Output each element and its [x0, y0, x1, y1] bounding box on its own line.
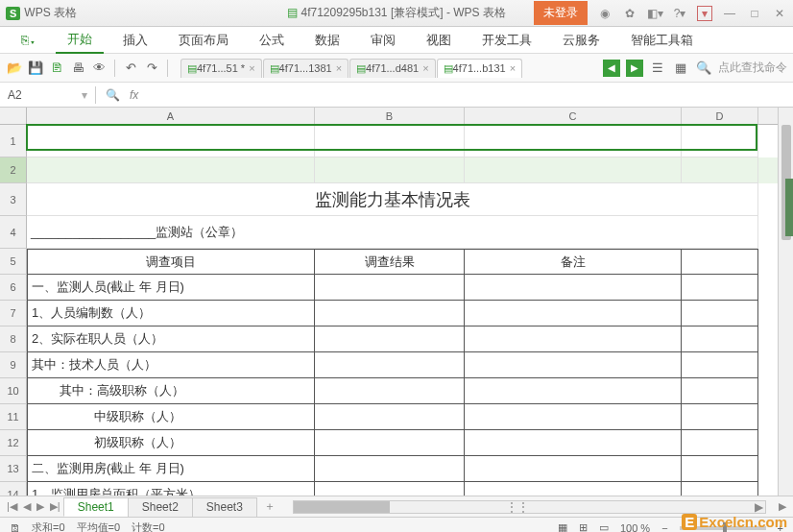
cell[interactable]	[315, 326, 465, 352]
row-header[interactable]: 6	[0, 275, 27, 301]
row-3[interactable]: 3监测能力基本情况表	[0, 183, 778, 216]
cell[interactable]: 备注	[465, 249, 682, 275]
row-header[interactable]: 14	[0, 482, 27, 496]
minimize-button[interactable]: —	[722, 7, 737, 20]
save-icon[interactable]: 💾	[27, 60, 44, 77]
maximize-button[interactable]: □	[747, 7, 762, 20]
doc-tab[interactable]: ▤ 4f71...b131×	[437, 59, 523, 78]
cell[interactable]: 一、监测人员(截止 年 月日)	[27, 275, 315, 301]
cell[interactable]	[682, 249, 758, 275]
horizontal-scrollbar[interactable]: ◀ ▶ ⋮⋮	[293, 500, 766, 514]
vertical-scrollbar[interactable]	[778, 108, 793, 496]
col-header-A[interactable]: A	[27, 108, 315, 124]
cell[interactable]: 初级职称（人）	[27, 430, 315, 456]
side-panel-handle[interactable]	[785, 179, 793, 236]
row-9[interactable]: 9其中：技术人员（人）	[0, 352, 778, 378]
cell[interactable]	[465, 125, 682, 157]
doc-tab[interactable]: ▤ 4f71...51 *×	[180, 59, 262, 78]
close-button[interactable]: ✕	[772, 7, 787, 20]
cell[interactable]	[465, 326, 682, 352]
search-hint[interactable]: 点此查找命令	[718, 60, 787, 76]
row-5[interactable]: 5调查项目调查结果备注	[0, 249, 778, 275]
cell[interactable]	[315, 275, 465, 301]
sheet-prev-button[interactable]: ◀	[20, 500, 34, 513]
login-button[interactable]: 未登录	[534, 1, 588, 25]
col-header-C[interactable]: C	[465, 108, 682, 124]
zoom-out-button[interactable]: −	[661, 522, 667, 533]
cell[interactable]: 中级职称（人）	[27, 404, 315, 430]
row-8[interactable]: 82、实际在职人员（人）	[0, 326, 778, 352]
feedback-icon[interactable]: ▾	[697, 6, 712, 21]
find-icon[interactable]: 🔍	[106, 88, 120, 102]
window-list-icon[interactable]: ☰	[649, 60, 666, 77]
open-icon[interactable]: 📂	[6, 60, 23, 77]
menu-开始[interactable]: 开始	[56, 27, 104, 54]
row-10[interactable]: 10 其中：高级职称（人）	[0, 378, 778, 404]
cell[interactable]	[682, 157, 758, 183]
close-tab-icon[interactable]: ×	[422, 62, 428, 74]
skin-icon[interactable]: ◧▾	[647, 7, 662, 20]
cell[interactable]	[315, 404, 465, 430]
cell[interactable]	[315, 482, 465, 496]
menu-页面布局[interactable]: 页面布局	[167, 28, 240, 53]
row-12[interactable]: 12 初级职称（人）	[0, 430, 778, 456]
row-header[interactable]: 2	[0, 157, 27, 183]
menu-云服务[interactable]: 云服务	[551, 28, 612, 53]
logo-icon[interactable]: ⎘▾	[10, 29, 48, 51]
sheet-next-button[interactable]: ▶	[34, 500, 47, 513]
select-all-corner[interactable]	[0, 108, 27, 125]
print-icon[interactable]: 🖶	[69, 60, 86, 77]
undo-icon[interactable]: ↶	[122, 60, 139, 77]
row-6[interactable]: 6一、监测人员(截止 年 月日)	[0, 275, 778, 301]
cell[interactable]	[315, 456, 465, 482]
menu-公式[interactable]: 公式	[248, 28, 296, 53]
column-headers[interactable]: ABCD	[27, 108, 778, 125]
cell[interactable]	[682, 430, 758, 456]
cell[interactable]	[315, 157, 465, 183]
sheet-first-button[interactable]: |◀	[4, 500, 20, 513]
row-2[interactable]: 2	[0, 157, 778, 183]
cell[interactable]: 二、监测用房(截止 年 月日)	[27, 456, 315, 482]
cell[interactable]	[465, 378, 682, 404]
doc-tab[interactable]: ▤ 4f71...d481×	[349, 59, 436, 78]
cell[interactable]	[682, 326, 758, 352]
row-header[interactable]: 10	[0, 378, 27, 404]
redo-icon[interactable]: ↷	[143, 60, 160, 77]
cell[interactable]: 1、监测用房总面积（平方米）	[27, 482, 315, 496]
cell[interactable]	[465, 430, 682, 456]
view-normal-icon[interactable]: ▦	[558, 521, 567, 532]
cell[interactable]	[682, 352, 758, 378]
col-header-B[interactable]: B	[315, 108, 465, 124]
row-header[interactable]: 3	[0, 183, 27, 216]
cell[interactable]: __________________监测站（公章）	[27, 216, 758, 249]
cell[interactable]: 其中：高级职称（人）	[27, 378, 315, 404]
name-box[interactable]: A2▾	[0, 86, 96, 104]
menu-视图[interactable]: 视图	[415, 28, 463, 53]
cell[interactable]	[315, 430, 465, 456]
sheet-tab-Sheet1[interactable]: Sheet1	[63, 497, 129, 517]
cell[interactable]	[682, 404, 758, 430]
col-header-D[interactable]: D	[682, 108, 758, 124]
grid-view-icon[interactable]: ▦	[672, 60, 689, 77]
cell[interactable]: 调查结果	[315, 249, 465, 275]
export-icon[interactable]: 🖹	[48, 60, 65, 77]
help-icon[interactable]: ?▾	[672, 7, 687, 20]
cell[interactable]	[465, 404, 682, 430]
sheet-tab-Sheet2[interactable]: Sheet2	[128, 497, 193, 517]
preview-icon[interactable]: 👁	[90, 60, 108, 77]
row-1[interactable]: 1	[0, 125, 778, 157]
doc-map-icon[interactable]: 🖺	[10, 522, 20, 533]
sheet-tab-Sheet3[interactable]: Sheet3	[192, 497, 257, 517]
cell[interactable]	[682, 275, 758, 301]
cell[interactable]: 1、人员编制数（人）	[27, 301, 315, 326]
cell[interactable]	[315, 378, 465, 404]
tab-next-button[interactable]: ▶	[626, 60, 643, 77]
cell[interactable]	[465, 157, 682, 183]
cell[interactable]	[315, 352, 465, 378]
close-tab-icon[interactable]: ×	[336, 62, 342, 74]
cell[interactable]	[682, 482, 758, 496]
cell[interactable]	[465, 456, 682, 482]
cell[interactable]	[315, 125, 465, 157]
cell[interactable]: 调查项目	[27, 249, 315, 275]
menu-数据[interactable]: 数据	[303, 28, 351, 53]
